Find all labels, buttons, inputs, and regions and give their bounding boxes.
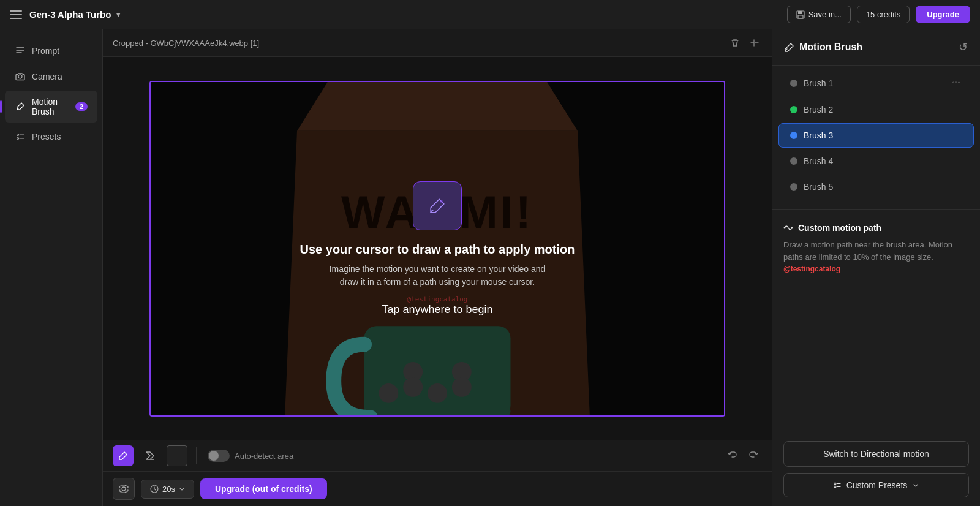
camera-settings-button[interactable] — [113, 478, 135, 500]
text-icon — [15, 45, 26, 56]
canvas-header: Cropped - GWbCjVWXAAAeJk4.webp [1] — [103, 29, 772, 57]
duration-chevron-icon — [179, 486, 185, 492]
generate-button[interactable]: Upgrade (out of credits) — [200, 478, 327, 499]
right-panel: Motion Brush ↺ Brush 1 〰 Brush 2 Bru — [772, 29, 980, 506]
panel-title-text: Motion Brush — [799, 42, 862, 53]
duration-button[interactable]: 20s — [141, 480, 194, 499]
custom-presets-button[interactable]: Custom Presets — [783, 473, 969, 497]
svg-point-24 — [784, 227, 786, 229]
panel-brush-icon — [783, 42, 794, 53]
save-button[interactable]: Save in... — [787, 6, 851, 23]
brush-2-label: Brush 2 — [804, 105, 833, 115]
brush-tooltip-icon — [427, 192, 448, 219]
sidebar-item-presets[interactable]: Presets — [5, 125, 97, 148]
collapse-button[interactable] — [747, 36, 762, 50]
canvas-background: WAGMI! @testingcata — [151, 82, 724, 415]
sidebar-item-prompt[interactable]: Prompt — [5, 39, 97, 62]
credits-button[interactable]: 15 credits — [857, 6, 910, 23]
project-title-text: Gen-3 Alpha Turbo — [29, 9, 111, 20]
topbar-right: Save in... 15 credits Upgrade — [787, 6, 970, 23]
reset-button[interactable]: ↺ — [957, 39, 969, 55]
panel-bottom: Switch to Directional motion Custom Pres… — [772, 432, 980, 506]
brush-5-label: Brush 5 — [804, 182, 833, 192]
generate-options: 20s Upgrade (out of credits) — [113, 478, 327, 500]
svg-point-3 — [18, 75, 22, 78]
svg-point-25 — [791, 227, 793, 229]
canvas-frame: WAGMI! @testingcata — [149, 81, 725, 417]
color-swatch[interactable] — [167, 445, 187, 466]
save-icon — [796, 10, 805, 19]
overlay-subtitle: Imagine the motion you want to create on… — [321, 263, 554, 289]
canvas-overlay[interactable]: Use your cursor to draw a path to apply … — [151, 82, 724, 415]
sidebar-item-camera[interactable]: Camera — [5, 65, 97, 88]
brush-1-actions: 〰 — [950, 78, 962, 89]
panel-title: Motion Brush — [783, 42, 862, 53]
brush-icon — [15, 101, 26, 112]
duration-label: 20s — [162, 485, 175, 494]
brush-list: Brush 1 〰 Brush 2 Brush 3 Brush 4 — [772, 66, 980, 204]
motion-path-description: Draw a motion path near the brush area. … — [783, 239, 969, 275]
sidebar-motion-brush-label: Motion Brush — [32, 97, 69, 116]
toolbar-divider — [196, 447, 197, 464]
undo-button[interactable] — [724, 447, 741, 466]
brush-tool-button[interactable] — [113, 445, 134, 466]
undo-redo-group — [724, 447, 762, 466]
brush-dot-1 — [790, 80, 797, 87]
credits-label: 15 credits — [866, 10, 900, 19]
tap-to-begin[interactable]: Tap anywhere to begin — [382, 303, 492, 316]
topbar-left: Gen-3 Alpha Turbo ▼ — [10, 9, 780, 21]
brush-3-label: Brush 3 — [804, 130, 833, 140]
svg-rect-2 — [798, 15, 803, 18]
sidebar-item-motion-brush[interactable]: Motion Brush 2 — [5, 91, 97, 123]
canvas-title: Cropped - GWbCjVWXAAAeJk4.webp [1] — [113, 39, 259, 48]
panel-divider — [772, 209, 980, 210]
brush-dot-3 — [790, 132, 797, 139]
overlay-title: Use your cursor to draw a path to apply … — [300, 243, 575, 257]
svg-point-5 — [17, 138, 19, 140]
switch-directional-label: Switch to Directional motion — [823, 449, 929, 459]
brush-item-3[interactable]: Brush 3 — [778, 123, 974, 148]
brush-dot-2 — [790, 106, 797, 113]
brush-1-label: Brush 1 — [804, 78, 833, 88]
auto-detect-label: Auto-detect area — [235, 451, 293, 461]
panel-header: Motion Brush ↺ — [772, 29, 980, 66]
brush-tooltip — [413, 181, 462, 230]
camera-icon — [15, 71, 26, 82]
brush-item-5[interactable]: Brush 5 — [778, 175, 974, 199]
custom-presets-label: Custom Presets — [846, 480, 908, 490]
svg-point-4 — [17, 134, 19, 136]
brush-item-4[interactable]: Brush 4 — [778, 149, 974, 173]
sidebar-prompt-label: Prompt — [32, 46, 59, 56]
project-title[interactable]: Gen-3 Alpha Turbo ▼ — [29, 9, 122, 20]
upgrade-button[interactable]: Upgrade — [916, 6, 970, 23]
motion-path-tag: @testingcatalog — [783, 265, 840, 273]
brush-1-wave-button[interactable]: 〰 — [950, 78, 962, 89]
svg-rect-1 — [798, 11, 802, 14]
bottom-bar: 20s Upgrade (out of credits) — [103, 471, 772, 506]
menu-icon[interactable] — [10, 9, 22, 21]
sidebar-presets-label: Presets — [32, 132, 61, 142]
motion-path-title: Custom motion path — [783, 223, 969, 233]
canvas-toolbar: Auto-detect area — [103, 440, 772, 471]
switch-directional-button[interactable]: Switch to Directional motion — [783, 441, 969, 467]
eraser-tool-button[interactable] — [140, 445, 160, 466]
brush-4-label: Brush 4 — [804, 156, 833, 166]
auto-detect-row: Auto-detect area — [208, 450, 293, 462]
chevron-down-icon: ▼ — [115, 10, 122, 19]
canvas-actions — [728, 36, 762, 50]
motion-path-icon — [783, 223, 793, 233]
generate-label: Upgrade (out of credits) — [215, 484, 312, 494]
save-label: Save in... — [809, 10, 842, 19]
canvas-wrapper[interactable]: WAGMI! @testingcata — [103, 57, 772, 440]
custom-presets-chevron-icon — [912, 481, 919, 489]
svg-point-27 — [834, 486, 836, 488]
brush-item-2[interactable]: Brush 2 — [778, 97, 974, 122]
topbar: Gen-3 Alpha Turbo ▼ Save in... 15 credit… — [0, 0, 980, 29]
redo-button[interactable] — [745, 447, 762, 466]
auto-detect-toggle[interactable] — [208, 450, 230, 462]
upgrade-label: Upgrade — [927, 10, 959, 19]
delete-button[interactable] — [728, 36, 742, 50]
presets-icon — [15, 131, 26, 142]
brush-item-1[interactable]: Brush 1 〰 — [778, 70, 974, 96]
motion-path-section: Custom motion path Draw a motion path ne… — [772, 214, 980, 284]
